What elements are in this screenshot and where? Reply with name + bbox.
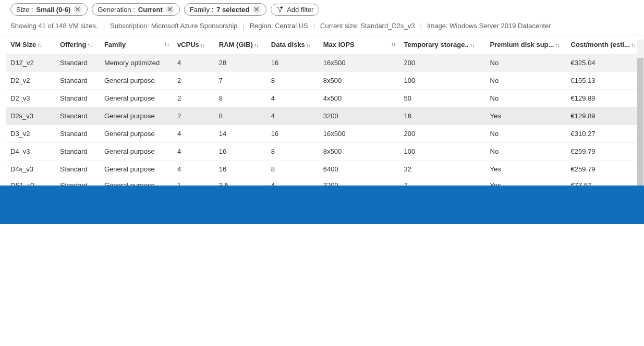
context-bar: Showing 41 of 148 VM sizes. | Subscripti… xyxy=(0,19,644,35)
table-cell: General purpose xyxy=(100,143,173,160)
overlay-banner: Which Azure VM Sizes support Nested Virt… xyxy=(0,186,644,224)
table-cell: General purpose xyxy=(100,125,173,143)
col-data-disks[interactable]: Data disks↑↓ xyxy=(267,35,319,54)
table-cell: No xyxy=(486,90,567,107)
table-row[interactable]: D4_v3StandardGeneral purpose41688x500100… xyxy=(6,143,640,160)
table-cell: Yes xyxy=(486,107,567,125)
table-cell: 8 xyxy=(267,143,319,160)
table-row[interactable]: D3_v2StandardGeneral purpose4141616x5002… xyxy=(6,125,640,143)
remove-filter-icon[interactable]: ✕ xyxy=(252,5,261,14)
separator: | xyxy=(242,22,244,30)
table-row[interactable]: D2_v2StandardGeneral purpose2788x500100N… xyxy=(6,72,640,90)
sort-icon: ↑↓ xyxy=(200,42,205,48)
filter-chip-generation[interactable]: Generation : Current ✕ xyxy=(92,3,180,16)
filter-value: 7 selected xyxy=(216,6,249,14)
col-max-iops[interactable]: Max IOPS↑↓ xyxy=(319,35,400,54)
col-cost[interactable]: Cost/month (esti...↑↓ xyxy=(567,35,640,54)
table-cell: 4 xyxy=(267,90,319,107)
table-cell: €325.04 xyxy=(567,54,640,72)
col-offering[interactable]: Offering↑↓ xyxy=(56,35,100,54)
table-cell: 8x500 xyxy=(319,72,400,90)
table-cell: 2 xyxy=(173,107,215,125)
table-row[interactable]: D2s_v3StandardGeneral purpose284320016Ye… xyxy=(6,107,640,125)
col-temp-storage[interactable]: Temporary storage..↑↓ xyxy=(400,35,486,54)
filter-chip-family[interactable]: Family : 7 selected ✕ xyxy=(184,3,266,16)
table-cell: D2_v2 xyxy=(6,72,56,90)
table-cell: €129.89 xyxy=(567,107,640,125)
table-cell: 16 xyxy=(400,107,486,125)
table-cell: 2 xyxy=(173,72,215,90)
col-vcpus[interactable]: vCPUs↑↓ xyxy=(173,35,215,54)
scrollbar-thumb[interactable] xyxy=(637,58,643,193)
table-row[interactable]: D12_v2StandardMemory optimized4281616x50… xyxy=(6,54,640,72)
table-cell: Standard xyxy=(56,160,100,178)
table-cell: D4s_v3 xyxy=(6,160,56,178)
filter-label: Family : xyxy=(190,6,214,14)
separator: | xyxy=(313,22,315,30)
table-cell: Standard xyxy=(56,125,100,143)
table-cell: 6400 xyxy=(319,160,400,178)
table-cell: No xyxy=(486,54,567,72)
table-cell: 16x500 xyxy=(319,54,400,72)
table-cell: 2 xyxy=(173,90,215,107)
table-cell: 16 xyxy=(215,143,267,160)
remove-filter-icon[interactable]: ✕ xyxy=(74,5,82,14)
add-filter-button[interactable]: Add filter xyxy=(271,4,319,16)
col-family[interactable]: Family↑↓ xyxy=(100,35,173,54)
table-cell: 8 xyxy=(215,90,267,107)
sort-icon: ↑↓ xyxy=(164,41,169,47)
table-cell: 50 xyxy=(400,90,486,107)
table-cell: Yes xyxy=(486,160,567,178)
filter-chip-size[interactable]: Size : Small (0-6) ✕ xyxy=(10,3,88,16)
filter-label: Generation : xyxy=(98,6,135,14)
table-cell: 7 xyxy=(215,72,267,90)
table-cell: €155.13 xyxy=(567,72,640,90)
table-cell: 16 xyxy=(267,125,319,143)
sort-icon: ↑↓ xyxy=(306,42,311,48)
table-cell: 8 xyxy=(215,107,267,125)
col-ram[interactable]: RAM (GiB)↑↓ xyxy=(215,35,267,54)
region-info: Region: Central US xyxy=(250,22,308,30)
sort-icon: ↑↓ xyxy=(88,42,92,48)
table-row[interactable]: D4s_v3StandardGeneral purpose4168640032Y… xyxy=(6,160,640,178)
sort-icon: ↑↓ xyxy=(555,42,560,48)
table-cell: 16x500 xyxy=(319,125,400,143)
table-cell: General purpose xyxy=(100,107,173,125)
table-cell: 14 xyxy=(215,125,267,143)
current-size-info: Current size: Standard_D2s_v3 xyxy=(320,22,415,30)
table-cell: 8x500 xyxy=(319,143,400,160)
table-cell: No xyxy=(486,143,567,160)
table-cell: 4 xyxy=(267,107,319,125)
table-cell: 8 xyxy=(267,72,319,90)
table-cell: 3200 xyxy=(319,107,400,125)
table-cell: D4_v3 xyxy=(6,143,56,160)
table-cell: 4x500 xyxy=(319,90,400,107)
table-cell: 4 xyxy=(173,125,215,143)
table-cell: Standard xyxy=(56,54,100,72)
table-row[interactable]: D2_v3StandardGeneral purpose2844x50050No… xyxy=(6,90,640,107)
add-filter-label: Add filter xyxy=(287,6,313,14)
table-cell: 4 xyxy=(173,143,215,160)
table-cell: General purpose xyxy=(100,160,173,178)
col-premium-disk[interactable]: Premium disk sup...↑↓ xyxy=(486,35,567,54)
table-cell: 16 xyxy=(215,160,267,178)
table-cell: General purpose xyxy=(100,72,173,90)
col-vm-size[interactable]: VM Size↑↓ xyxy=(6,35,56,54)
filter-value: Small (0-6) xyxy=(37,6,71,14)
table-cell: Standard xyxy=(56,90,100,107)
table-cell: Standard xyxy=(56,107,100,125)
table-cell: 32 xyxy=(400,160,486,178)
table-cell: €310.27 xyxy=(567,125,640,143)
filter-icon xyxy=(276,6,284,13)
table-cell: D3_v2 xyxy=(6,125,56,143)
table-cell: Standard xyxy=(56,143,100,160)
filter-value: Current xyxy=(138,6,163,14)
remove-filter-icon[interactable]: ✕ xyxy=(166,5,174,14)
sort-icon: ↑↓ xyxy=(631,42,636,48)
separator: | xyxy=(420,22,422,30)
table-cell: General purpose xyxy=(100,90,173,107)
table-cell: €129.89 xyxy=(567,90,640,107)
table-header-row: VM Size↑↓ Offering↑↓ Family↑↓ vCPUs↑↓ RA… xyxy=(6,35,640,54)
table-cell: D2_v3 xyxy=(6,90,56,107)
subscription-info: Subscription: Microsoft Azure Sponsorshi… xyxy=(110,22,237,30)
